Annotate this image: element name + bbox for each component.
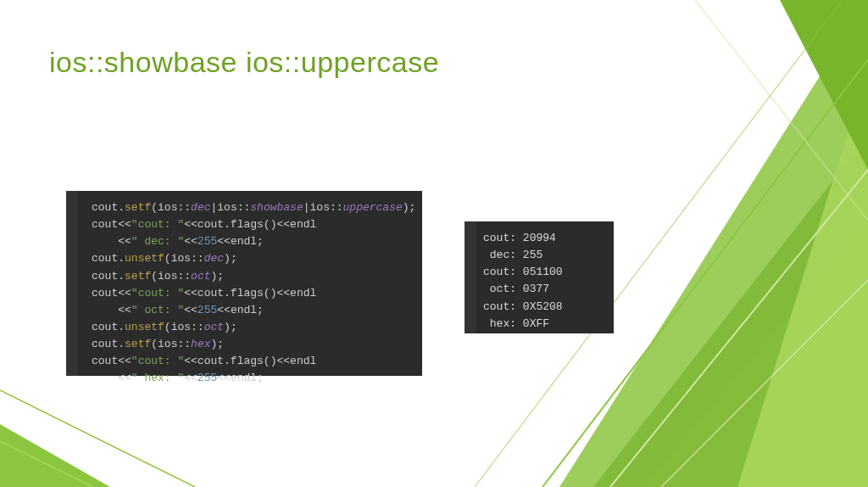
svg-marker-4 — [780, 0, 868, 170]
code-line: <<" hex: "<<255<<endl; — [92, 370, 412, 387]
code-line: cout.setf(ios::dec|ios::showbase|ios::up… — [92, 199, 412, 216]
output-line: hex: 0XFF — [483, 316, 604, 333]
slide: { "title": "ios::showbase ios::uppercase… — [0, 0, 868, 487]
code-line: cout.setf(ios::hex); — [92, 336, 412, 353]
output-block: cout: 20994 dec: 255 cout: 051100 oct: 0… — [465, 221, 614, 333]
svg-marker-0 — [593, 136, 868, 487]
code-line: cout<<"cout: "<<cout.flags()<<endl — [92, 353, 412, 370]
svg-marker-3 — [737, 68, 868, 487]
code-line: cout<<"cout: "<<cout.flags()<<endl — [92, 285, 412, 302]
slide-title: ios::showbase ios::uppercase — [49, 46, 439, 79]
code-line: cout.setf(ios::oct); — [92, 268, 412, 285]
output-line: dec: 255 — [483, 247, 604, 264]
code-line: cout.unsetf(ios::oct); — [92, 319, 412, 336]
code-line: cout<<"cout: "<<cout.flags()<<endl — [92, 216, 412, 233]
output-line: cout: 0X5208 — [483, 299, 604, 316]
output-line: cout: 051100 — [483, 264, 604, 281]
code-line: cout.unsetf(ios::dec); — [92, 250, 412, 267]
code-line: <<" dec: "<<255<<endl; — [92, 233, 412, 250]
output-line: cout: 20994 — [483, 230, 604, 247]
code-line: <<" oct: "<<255<<endl; — [92, 302, 412, 319]
code-block: cout.setf(ios::dec|ios::showbase|ios::up… — [66, 191, 422, 376]
svg-marker-1 — [644, 221, 868, 487]
svg-marker-5 — [0, 424, 110, 487]
output-line: oct: 0377 — [483, 281, 604, 298]
